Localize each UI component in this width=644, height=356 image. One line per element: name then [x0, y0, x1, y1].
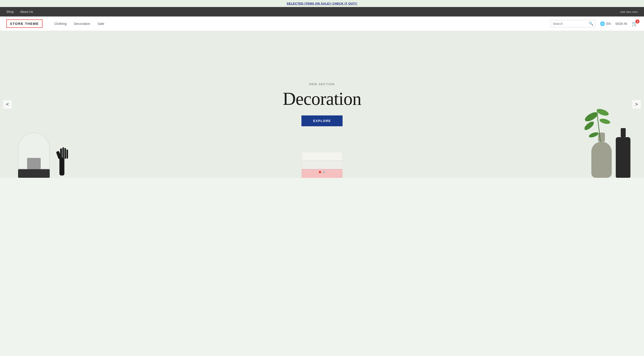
svg-rect-4 — [66, 150, 68, 158]
product-left — [0, 132, 70, 178]
svg-rect-0 — [60, 158, 64, 176]
dome-inner — [27, 158, 41, 169]
glass-dome — [18, 132, 50, 178]
search-button[interactable]: 🔍 — [589, 22, 594, 26]
svg-point-10 — [599, 118, 611, 125]
svg-rect-2 — [62, 147, 64, 159]
chevron-left-icon: < — [6, 102, 9, 107]
language-selector[interactable]: 🌐 EN — [600, 21, 610, 26]
hero-content: NEW SECTION Decoration EXPLORE — [283, 82, 361, 126]
search-box[interactable]: 🔍 — [550, 20, 596, 27]
carousel-dot-1[interactable] — [319, 171, 321, 173]
nav-clothing[interactable]: Clothing — [54, 22, 67, 26]
carousel-dot-2[interactable] — [323, 171, 325, 173]
carousel-prev-button[interactable]: < — [3, 100, 12, 109]
book-1 — [302, 152, 342, 160]
svg-rect-1 — [60, 148, 62, 160]
language-label: EN — [606, 22, 610, 26]
search-input[interactable] — [553, 22, 589, 26]
announcement-link[interactable]: SELECTED ITEMS ON SALE!! CHECK IT OUT!! — [287, 2, 358, 5]
main-nav: Clothing Decoration Sale — [54, 22, 543, 26]
logo[interactable]: STORE THEME — [6, 20, 42, 28]
product-right — [591, 128, 644, 178]
carousel-next-button[interactable]: > — [632, 100, 641, 109]
book-2 — [302, 160, 342, 169]
plant-svg — [584, 106, 616, 142]
cart-button[interactable]: 🛒 2 — [632, 21, 638, 27]
svg-point-8 — [596, 108, 610, 117]
top-nav: Shop About Us visit vtex.com — [0, 7, 644, 16]
svg-rect-3 — [64, 148, 66, 159]
hero-subtitle: NEW SECTION — [283, 82, 361, 86]
nav-sale[interactable]: Sale — [98, 22, 104, 26]
cart-badge: 2 — [636, 20, 640, 24]
hand-svg — [54, 135, 70, 176]
main-header: STORE THEME Clothing Decoration Sale 🔍 🌐… — [0, 16, 644, 31]
explore-button[interactable]: EXPLORE — [302, 116, 343, 126]
about-us-link[interactable]: About Us — [20, 10, 33, 14]
svg-point-11 — [588, 131, 599, 138]
search-icon: 🔍 — [589, 22, 594, 26]
header-actions: 🔍 🌐 EN SIGN IN 🛒 2 — [550, 20, 638, 27]
books-stack — [302, 152, 342, 178]
announcement-bar: SELECTED ITEMS ON SALE!! CHECK IT OUT!! — [0, 0, 644, 7]
bottle-body — [616, 137, 630, 178]
svg-rect-5 — [56, 151, 62, 160]
hero-title: Decoration — [283, 88, 361, 109]
vase-gray — [591, 132, 612, 178]
hero-section: < > NEW SECTION Decoration EXPLORE — [0, 31, 644, 178]
svg-point-7 — [584, 110, 599, 123]
carousel-dots — [319, 171, 325, 173]
book-3 — [302, 169, 342, 178]
black-bottle — [616, 128, 630, 178]
dome-glass — [18, 132, 50, 169]
chevron-right-icon: > — [635, 102, 638, 107]
dome-base — [18, 169, 50, 178]
globe-icon: 🌐 — [600, 21, 605, 26]
vase-neck — [598, 132, 605, 142]
vtex-link[interactable]: visit vtex.com — [620, 10, 638, 14]
top-nav-left: Shop About Us — [6, 10, 33, 14]
svg-line-6 — [597, 112, 600, 142]
nav-decoration[interactable]: Decoration — [74, 22, 90, 26]
sign-in-link[interactable]: SIGN IN — [615, 22, 627, 26]
vase-body — [591, 142, 612, 178]
shop-link[interactable]: Shop — [6, 10, 14, 14]
hand-sculpture — [54, 135, 70, 176]
svg-point-9 — [584, 120, 595, 132]
bottle-neck — [621, 128, 626, 137]
top-nav-right: visit vtex.com — [620, 10, 638, 14]
